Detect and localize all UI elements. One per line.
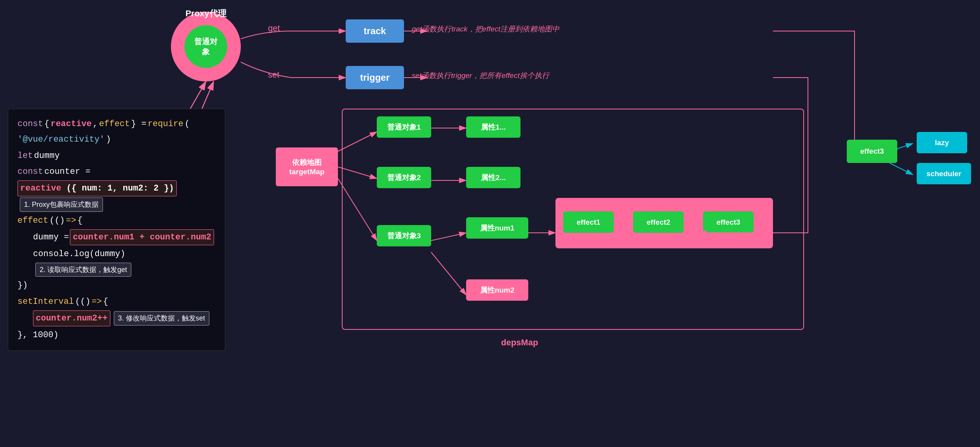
annotation-1: 1. Proxy包裹响应式数据	[20, 198, 103, 212]
scheduler-box: scheduler	[917, 163, 971, 184]
trigger-label: trigger	[360, 72, 390, 83]
proxy-circle: Proxy代理 普通对象	[171, 12, 241, 81]
svg-line-7	[202, 81, 214, 109]
object-3: 普通对象3	[377, 225, 431, 246]
set-label: set	[268, 70, 279, 80]
code-line-1: const { reactive , effect } = require ( …	[17, 117, 216, 147]
annotation-2: 2. 读取响应式数据，触发get	[35, 263, 131, 277]
track-annotation: get函数执行track，把effect注册到依赖地图中	[412, 24, 559, 34]
svg-line-6	[190, 81, 206, 109]
effect2-box: effect2	[633, 211, 684, 233]
get-label: get	[268, 23, 280, 33]
property-num1: 属性num1	[466, 217, 528, 239]
diagram-container: Proxy代理 普通对象 track trigger get set get函数…	[0, 0, 980, 447]
property-num2: 属性num2	[466, 279, 528, 301]
object-2: 普通对象2	[377, 167, 431, 188]
property-2: 属性2...	[466, 167, 520, 188]
annotation-3: 3. 修改响应式数据，触发set	[114, 311, 209, 326]
effect3-side-box: effect3	[847, 140, 897, 163]
property-1: 属性1...	[466, 116, 520, 138]
effect3-in-row-box: effect3	[703, 211, 754, 233]
code-line-9: counter.num2++ 3. 修改响应式数据，触发set	[17, 310, 216, 326]
proxy-inner: 普通对象	[185, 25, 227, 68]
target-map-box: 依赖地图targetMap	[276, 147, 338, 186]
code-line-6: console.log(dummy) 2. 读取响应式数据，触发get	[17, 247, 216, 277]
effect1-box: effect1	[563, 211, 614, 233]
track-box: track	[346, 19, 404, 43]
proxy-inner-label: 普通对象	[194, 36, 218, 57]
code-line-7: })	[17, 278, 216, 293]
effects-container: effect1 effect2 effect3	[555, 198, 773, 248]
code-line-10: }, 1000)	[17, 328, 216, 342]
proxy-label: Proxy代理	[185, 8, 226, 19]
code-panel: const { reactive , effect } = require ( …	[8, 109, 225, 351]
trigger-annotation: set函数执行trigger，把所有effect挨个执行	[412, 71, 549, 81]
track-label: track	[364, 26, 386, 36]
counter-highlight: counter.num1 + counter.num2	[70, 229, 214, 245]
object-1: 普通对象1	[377, 116, 431, 138]
counter-num2-highlight: counter.num2++	[33, 310, 110, 326]
target-map-label: 依赖地图targetMap	[289, 158, 325, 176]
reactive-highlight: reactive ({ num: 1, num2: 2 })	[17, 180, 177, 196]
lazy-box: lazy	[917, 132, 967, 153]
svg-line-17	[889, 163, 913, 175]
trigger-box: trigger	[346, 66, 404, 89]
code-line-8: setInterval (() => {	[17, 295, 216, 309]
code-line-4: effect (() => {	[17, 213, 216, 228]
kw-const: const	[17, 117, 43, 131]
code-line-2: let dummy	[17, 149, 216, 163]
deps-map-label: depsMap	[501, 338, 538, 348]
code-line-3: const counter = reactive ({ num: 1, num2…	[17, 165, 216, 211]
code-line-5: dummy = counter.num1 + counter.num2	[17, 229, 216, 245]
